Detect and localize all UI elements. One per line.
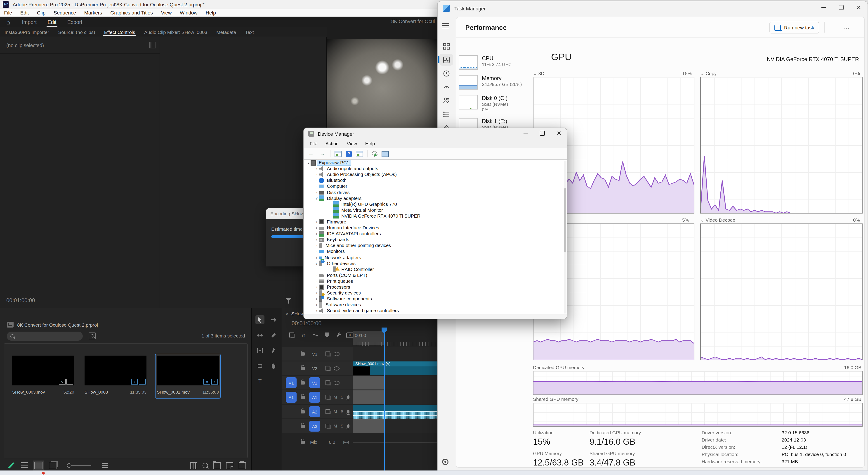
new-bin-icon[interactable] (213, 462, 221, 469)
expand-chevron-icon[interactable]: › (315, 309, 319, 313)
slip-tool[interactable] (255, 346, 265, 355)
device-tree-item[interactable]: › Firmware (304, 219, 567, 225)
pen-tool[interactable] (269, 346, 278, 355)
expand-chevron-icon[interactable]: ∨ (315, 196, 319, 200)
voiceover-record-icon[interactable] (347, 395, 349, 399)
track-lock-icon[interactable] (301, 352, 305, 355)
timeline-settings-icon[interactable] (336, 332, 341, 338)
expand-chevron-icon[interactable]: › (315, 226, 319, 230)
expand-chevron-icon[interactable]: › (315, 273, 319, 277)
nav-app-history-icon[interactable] (439, 67, 453, 79)
expand-chevron-icon[interactable]: › (315, 297, 319, 301)
voiceover-record-icon[interactable] (347, 410, 349, 414)
windows-taskbar[interactable] (0, 471, 868, 475)
media-item[interactable]: ≡ SHow_0003 11:35:03 (83, 354, 148, 398)
rectangle-tool[interactable] (255, 361, 265, 370)
linked-selection-icon[interactable] (312, 332, 319, 338)
delete-icon[interactable] (239, 462, 246, 469)
sync-lock-icon[interactable] (326, 424, 330, 428)
nav-users-icon[interactable] (439, 94, 453, 106)
update-driver-icon[interactable] (372, 151, 377, 157)
track-visibility-icon[interactable] (334, 352, 340, 356)
panel-tab[interactable]: Insta360Pro Importer (0, 27, 54, 37)
track-visibility-icon[interactable] (334, 381, 340, 385)
expand-chevron-icon[interactable]: › (315, 184, 319, 188)
device-tree-item[interactable]: › Security devices (304, 290, 567, 296)
thumbnail-view-button[interactable] (34, 462, 42, 469)
device-tree-item[interactable]: › Network adapters (304, 255, 567, 260)
device-tree-item[interactable]: › Computer (304, 183, 567, 189)
track-lock-icon[interactable] (301, 381, 305, 384)
zoom-slider[interactable] (67, 463, 91, 468)
timeline-timecode[interactable]: 00:01:00:00 (291, 320, 321, 327)
panel-tab[interactable]: Metadata (212, 27, 241, 37)
panel-tab[interactable]: Audio Clip Mixer: SHow_0003 (140, 27, 212, 37)
track-target[interactable]: A3 (309, 421, 320, 432)
forward-icon[interactable]: → (319, 150, 326, 157)
clip-ghost[interactable] (352, 419, 384, 433)
sync-lock-icon[interactable] (326, 366, 330, 370)
device-tree-item[interactable]: › Software components (304, 296, 567, 302)
menu-item[interactable]: Clip (33, 10, 50, 16)
chart-copy-label[interactable]: ⌄ Copy (700, 70, 717, 76)
scan-hardware-changes-icon[interactable] (381, 151, 389, 157)
mix-level-value[interactable]: 0.0 (329, 440, 335, 444)
list-view-button[interactable] (21, 462, 28, 469)
perf-list-item[interactable]: Disk 0 (C:) SSD (NVMe) 0% (459, 95, 527, 112)
nav-performance-ic on[interactable] (439, 54, 453, 66)
track-lock-icon[interactable] (301, 410, 305, 413)
track-select-tool[interactable] (269, 315, 278, 324)
perf-list-item[interactable]: Memory 24.5/95.7 GB (26%) (459, 75, 527, 90)
freeform-view-button[interactable] (49, 462, 57, 469)
track-lock-icon[interactable] (301, 395, 305, 399)
maximize-button[interactable] (839, 5, 844, 10)
expand-chevron-icon[interactable]: › (315, 285, 319, 289)
expand-chevron-icon[interactable]: › (315, 232, 319, 236)
device-tree-item[interactable]: › Print queues (304, 278, 567, 284)
device-tree-item[interactable]: ∨ Display adapters (304, 195, 567, 201)
device-tree-item[interactable]: › Mice and other pointing devices (304, 243, 567, 248)
solo-button[interactable]: S (341, 409, 343, 414)
panel-tab[interactable]: Source: (no clips) (54, 27, 99, 37)
nav-startup-apps-icon[interactable] (439, 81, 453, 92)
panel-tab[interactable]: Text (241, 27, 258, 37)
expand-chevron-icon[interactable]: › (315, 167, 319, 171)
mute-button[interactable]: M (334, 409, 337, 414)
device-tree-item[interactable]: ∨ Expoview-PC1 (304, 160, 567, 166)
device-tree-item[interactable]: › Human Interface Devices (304, 225, 567, 231)
track-target[interactable]: V2 (309, 363, 320, 374)
automate-to-sequence-icon[interactable] (190, 462, 197, 469)
device-tree-item[interactable]: › Disk drives (304, 189, 567, 195)
menu-item[interactable]: Window (176, 10, 202, 16)
sync-lock-icon[interactable] (326, 381, 330, 385)
nested-sequence-icon[interactable] (288, 332, 295, 338)
track-lock-icon[interactable] (301, 440, 305, 444)
minimize-button[interactable] (524, 133, 528, 134)
menu-item[interactable]: File (306, 140, 321, 147)
playhead[interactable] (384, 331, 385, 471)
menu-item[interactable]: Graphics and Titles (106, 10, 157, 16)
show-action-pane-icon[interactable] (356, 151, 363, 157)
media-item[interactable]: ∿ SHow_0003.mov 52:20 (10, 354, 76, 398)
help-icon[interactable]: ? (346, 151, 352, 157)
close-button[interactable]: ✕ (557, 130, 561, 137)
expand-chevron-icon[interactable]: › (315, 291, 319, 295)
close-button[interactable]: ✕ (856, 4, 861, 11)
device-tree-item[interactable]: › Bluetooth (304, 178, 567, 183)
expand-chevron-icon[interactable]: › (315, 256, 319, 260)
chart-decode-label[interactable]: ⌄ Video Decode (700, 217, 735, 222)
maximize-button[interactable] (540, 131, 545, 136)
expand-chevron-icon[interactable]: ∨ (307, 160, 311, 165)
device-tree-item[interactable]: › Software devices (304, 302, 567, 308)
workspace-tab[interactable]: Export (62, 17, 88, 27)
device-tree-item[interactable]: Meta Virtual Monitor (304, 207, 567, 213)
menu-item[interactable]: Help (202, 10, 220, 16)
device-tree-item[interactable]: RAID Controller (304, 266, 567, 272)
back-icon[interactable]: ← (307, 150, 315, 157)
expand-chevron-icon[interactable]: › (315, 244, 319, 248)
keyframe-nav-icon[interactable]: ▶◀ (343, 440, 349, 444)
nav-processes-icon[interactable] (439, 40, 453, 52)
track-target[interactable]: A2 (309, 406, 320, 417)
mute-button[interactable]: M (334, 395, 337, 399)
chart-3d-label[interactable]: ⌄ 3D (533, 70, 544, 76)
